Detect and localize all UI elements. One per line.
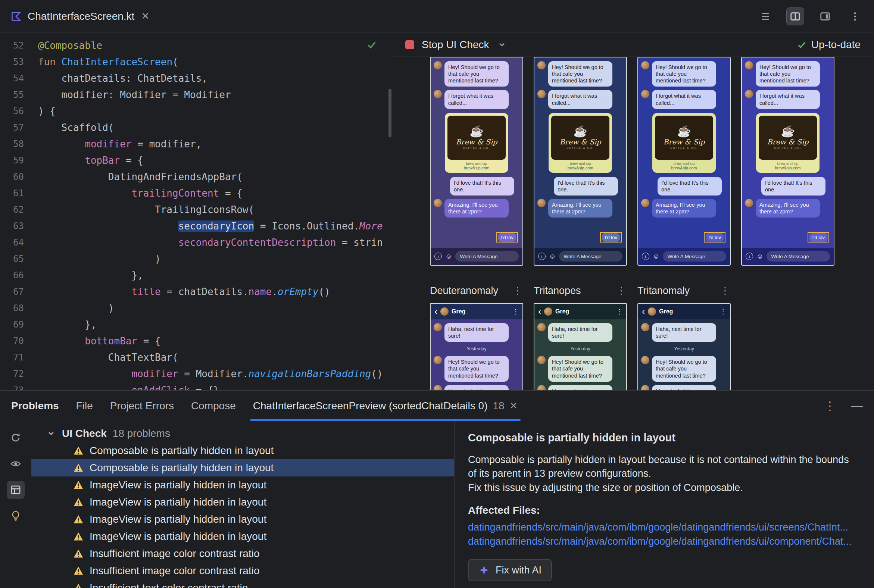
editor-scrollbar[interactable]	[389, 89, 392, 137]
line-number[interactable]: 54	[0, 70, 24, 87]
avatar	[641, 90, 649, 98]
message-bubble: Haha, next time for sure!	[652, 323, 716, 342]
file-tab[interactable]: ChatInterfaceScreen.kt ✕	[0, 0, 161, 33]
panel-title-problems[interactable]: Problems	[11, 391, 59, 421]
panel-kebab-icon[interactable]: ⋮	[824, 399, 836, 413]
code-line: 62 TrailingIconsRow(	[0, 201, 394, 218]
brew-logo: ☕ Brew & Sip COFFEE & CO.	[551, 116, 610, 160]
chat-preview-card[interactable]: Hey! Should we go to that cafe you menti…	[741, 57, 835, 266]
problem-text: Composable is partially hidden in layout	[90, 462, 273, 474]
code-text: trailingContent = {	[38, 185, 243, 201]
problem-row[interactable]: ImageView is partially hidden in layout	[32, 511, 454, 528]
preview-kebab-icon[interactable]: ⋮	[513, 285, 523, 297]
line-number[interactable]: 72	[0, 366, 24, 382]
details-view-icon[interactable]	[7, 481, 25, 499]
tab-close-icon[interactable]: ✕	[510, 400, 518, 411]
line-number[interactable]: 64	[0, 234, 24, 251]
warning-icon	[73, 480, 84, 490]
preview-kebab-icon[interactable]: ⋮	[720, 285, 730, 297]
structure-icon[interactable]	[757, 8, 774, 25]
message-bubble: I'd love that! It's this one.	[658, 177, 722, 195]
split-editor-icon[interactable]	[787, 8, 804, 25]
affected-file-link[interactable]: datingandfriends/src/main/java/com/ibm/g…	[468, 534, 859, 549]
avatar	[745, 61, 753, 69]
coffee-cup-icon: ☕	[470, 126, 483, 137]
chat-preview-card[interactable]: ‹ Greg ⋮ Haha, next time for sure!	[637, 303, 731, 390]
problems-tab[interactable]: File	[76, 391, 93, 421]
line-number[interactable]: 60	[0, 169, 24, 185]
code-line: 56) {	[0, 103, 394, 119]
line-number[interactable]: 52	[0, 37, 24, 54]
line-number[interactable]: 71	[0, 349, 24, 366]
eye-icon[interactable]	[7, 455, 25, 473]
line-number[interactable]: 63	[0, 218, 24, 234]
chevron-down-icon[interactable]	[497, 39, 507, 50]
group-count: 18 problems	[113, 428, 170, 440]
problem-row[interactable]: Insufficient text color contrast ratio	[32, 579, 454, 588]
stop-ui-check-button[interactable]: Stop UI Check	[422, 39, 489, 51]
line-number[interactable]: 68	[0, 300, 24, 316]
problem-row[interactable]: Composable is partially hidden in layout	[32, 459, 454, 477]
line-number[interactable]: 61	[0, 185, 24, 201]
lightbulb-icon[interactable]	[7, 507, 25, 525]
received-message: Haha, next time for sure!	[641, 323, 727, 342]
file-tab-title: ChatInterfaceScreen.kt	[28, 10, 134, 22]
message-bubble: Amazing, I'll see you there at 2pm?	[445, 199, 509, 218]
message-list: Hey! Should we go to that cafe you menti…	[745, 61, 831, 244]
add-icon: +	[746, 253, 753, 260]
avatar	[745, 90, 753, 98]
line-number[interactable]: 65	[0, 251, 24, 267]
chat-preview-card[interactable]: ‹ Greg ⋮ Haha, next time for sure!	[534, 303, 627, 390]
emoji-icon: ☺	[549, 253, 556, 260]
tab-preview-problems[interactable]: ChatInterfaceScreenPreview (sortedChatDe…	[253, 391, 518, 421]
problems-tab[interactable]: Compose	[191, 391, 236, 421]
preview-kebab-icon[interactable]: ⋮	[617, 285, 626, 297]
minimize-icon[interactable]: —	[851, 399, 863, 412]
avatar	[538, 199, 546, 207]
line-number[interactable]: 62	[0, 201, 24, 218]
problem-row[interactable]: Insufficient image color contrast ratio	[32, 562, 454, 579]
preview-cell: Tritanomaly ⋮ ‹ Greg ⋮	[637, 282, 731, 390]
line-number[interactable]: 57	[0, 119, 24, 136]
preview-canvas: Hey! Should we go to that cafe you menti…	[394, 57, 874, 390]
fix-with-ai-button[interactable]: Fix with AI	[468, 559, 552, 581]
problem-row[interactable]: ImageView is partially hidden in layout	[32, 528, 454, 545]
message-bubble: Amazing, I'll see you there at 2pm?	[756, 199, 820, 218]
tab-close-icon[interactable]: ✕	[141, 10, 149, 22]
chat-preview-card[interactable]: Hey! Should we go to that cafe you menti…	[534, 57, 627, 266]
inspections-ok-icon[interactable]	[366, 39, 377, 55]
chat-preview-card[interactable]: ‹ Greg ⋮ Haha, next time for sure!	[430, 303, 523, 390]
preview-cell: Deuteranomaly ⋮ ‹ Greg ⋮	[430, 282, 523, 390]
problem-row[interactable]: ImageView is partially hidden in layout	[32, 494, 454, 511]
avatar	[434, 356, 442, 364]
problem-row[interactable]: Composable is partially hidden in layout	[32, 442, 454, 459]
line-number[interactable]: 70	[0, 333, 24, 349]
line-number[interactable]: 53	[0, 54, 24, 70]
problem-row[interactable]: Insufficient image color contrast ratio	[32, 545, 454, 562]
line-number[interactable]: 73	[0, 382, 24, 390]
message-bubble: Hey! Should we go to that cafe you menti…	[652, 356, 716, 381]
problems-group-header[interactable]: UI Check 18 problems	[32, 425, 454, 442]
kebab-menu-icon[interactable]	[846, 8, 863, 25]
affected-file-link[interactable]: datingandfriends/src/main/java/com/ibm/g…	[468, 520, 859, 534]
problem-row[interactable]: ImageView is partially hidden in layout	[32, 477, 454, 494]
problems-tab[interactable]: Project Errors	[110, 391, 174, 421]
chat-preview-card[interactable]: Hey! Should we go to that cafe you menti…	[637, 57, 731, 266]
line-number[interactable]: 59	[0, 152, 24, 169]
line-number[interactable]: 66	[0, 267, 24, 284]
refresh-icon[interactable]	[7, 429, 25, 447]
line-number[interactable]: 56	[0, 103, 24, 119]
message-bubble: Amazing, I'll see you there at 2pm?	[652, 199, 716, 218]
line-number[interactable]: 55	[0, 87, 24, 103]
chat-preview-card[interactable]: Hey! Should we go to that cafe you menti…	[430, 57, 523, 266]
preview-layout-icon[interactable]	[817, 8, 834, 25]
code-editor[interactable]: 52@Composable53fun ChatInterfaceScreen(5…	[0, 33, 394, 390]
problem-text: ImageView is partially hidden in layout	[90, 531, 266, 543]
line-number[interactable]: 67	[0, 284, 24, 300]
ui-check-panel: Stop UI Check Up-to-date	[394, 33, 874, 390]
group-label: UI Check	[62, 428, 107, 440]
chat-input-bar: + ☺ Write A Message	[638, 248, 730, 265]
line-number[interactable]: 69	[0, 316, 24, 333]
message-bubble: I'd love that! It's this one.	[450, 177, 514, 195]
line-number[interactable]: 58	[0, 136, 24, 152]
